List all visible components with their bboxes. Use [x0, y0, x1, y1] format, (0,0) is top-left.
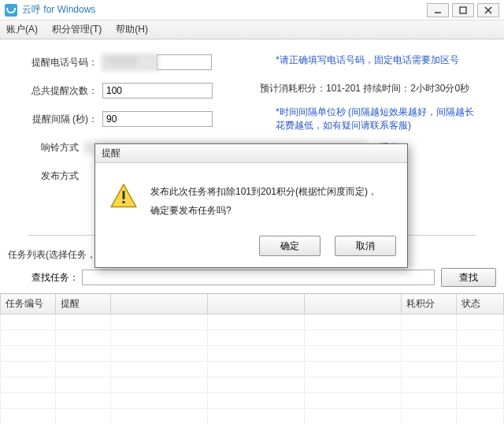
count-input[interactable] [102, 83, 213, 99]
menubar: 账户(A) 积分管理(T) 帮助(H) [0, 20, 504, 39]
table-row [1, 393, 504, 409]
col-task-id[interactable]: 任务编号 [1, 294, 56, 314]
search-label: 查找任务： [32, 271, 79, 285]
phone-label: 提醒电话号码： [28, 56, 98, 69]
menu-account[interactable]: 账户(A) [6, 23, 38, 36]
phone-note: *请正确填写电话号码，固定电话需要加区号 [276, 54, 459, 67]
col-remind[interactable]: 提醒 [56, 294, 111, 314]
svg-rect-5 [123, 191, 125, 199]
window-title: 云呼 for Windows [22, 3, 424, 17]
phone-input[interactable] [157, 54, 212, 70]
window-titlebar: 云呼 for Windows [0, 0, 504, 20]
close-button[interactable] [477, 3, 499, 17]
menu-points[interactable]: 积分管理(T) [52, 23, 102, 36]
search-button[interactable]: 查找 [441, 268, 496, 287]
window-controls [424, 3, 499, 17]
col-consume[interactable]: 耗积分 [402, 294, 457, 314]
table-row [1, 346, 504, 362]
interval-label: 提醒间隔 (秒)： [28, 113, 98, 126]
ok-button[interactable]: 确定 [259, 236, 321, 256]
table-row [1, 409, 504, 425]
publish-label: 发布方式 [28, 169, 79, 183]
search-input[interactable] [82, 270, 435, 285]
dialog-line2: 确定要发布任务吗? [150, 201, 377, 220]
col-status[interactable]: 状态 [457, 294, 504, 314]
menu-help[interactable]: 帮助(H) [116, 23, 148, 36]
interval-note: *时间间隔单位秒 (间隔越短效果越好，间隔越长花费越低，如有疑问请联系客服) [276, 106, 480, 132]
warning-icon [109, 182, 138, 210]
table-row [1, 362, 504, 378]
cancel-button[interactable]: 取消 [335, 236, 396, 256]
svg-rect-1 [460, 7, 466, 13]
dialog-title: 提醒 [95, 144, 407, 163]
confirm-dialog: 提醒 发布此次任务将扣除101到201积分(根据忙闲度而定)， 确定要发布任务吗… [94, 143, 408, 268]
table-row [1, 314, 504, 330]
interval-input[interactable] [102, 111, 213, 127]
app-logo-icon [5, 4, 17, 17]
dialog-message: 发布此次任务将扣除101到201积分(根据忙闲度而定)， 确定要发布任务吗? [150, 182, 377, 220]
dialog-line1: 发布此次任务将扣除101到201积分(根据忙闲度而定)， [150, 182, 377, 201]
maximize-button[interactable] [452, 3, 474, 17]
table-row [1, 378, 504, 393]
table-row [1, 330, 504, 346]
svg-rect-6 [123, 201, 125, 203]
minimize-button[interactable] [427, 3, 449, 17]
count-estimate: 预计消耗积分：101-201 持续时间：2小时30分0秒 [260, 82, 469, 95]
count-label: 总共提醒次数： [28, 84, 98, 98]
col-blank2[interactable] [208, 294, 305, 314]
col-blank1[interactable] [111, 294, 208, 314]
col-blank3[interactable] [305, 294, 402, 314]
task-table: 任务编号 提醒 耗积分 状态 [0, 293, 504, 424]
ring-label: 响铃方式 [28, 141, 79, 154]
phone-value-blurred: 000000 [102, 54, 158, 70]
